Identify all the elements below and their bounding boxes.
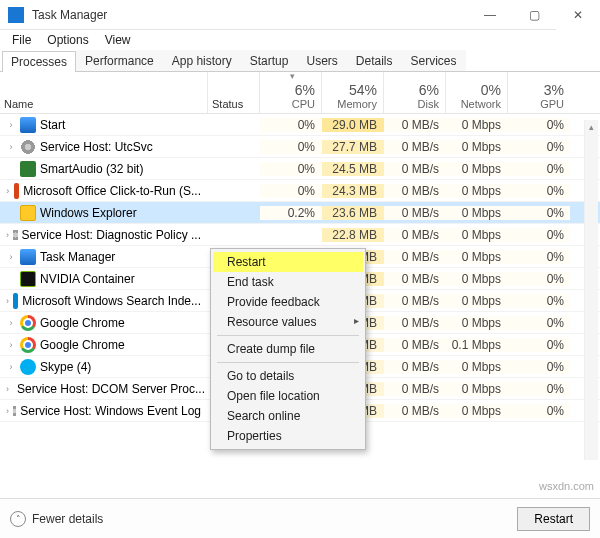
scroll-up-icon[interactable]: ▴ — [585, 120, 598, 134]
column-memory[interactable]: 54% Memory — [322, 72, 384, 113]
process-disk: 0 MB/s — [384, 140, 446, 154]
process-row[interactable]: ›Service Host: Diagnostic Policy ...22.8… — [0, 224, 600, 246]
context-divider — [217, 335, 359, 336]
tab-details[interactable]: Details — [347, 50, 402, 71]
column-gpu[interactable]: 3% GPU — [508, 72, 570, 113]
process-name: Service Host: Windows Event Log — [20, 404, 201, 418]
context-item-go-to-details[interactable]: Go to details — [213, 366, 363, 386]
process-icon — [20, 139, 36, 155]
context-item-provide-feedback[interactable]: Provide feedback — [213, 292, 363, 312]
process-disk: 0 MB/s — [384, 338, 446, 352]
process-disk: 0 MB/s — [384, 382, 446, 396]
expand-icon[interactable]: › — [6, 362, 16, 372]
column-name[interactable]: Name — [0, 72, 208, 113]
process-disk: 0 MB/s — [384, 294, 446, 308]
expand-icon[interactable]: › — [6, 186, 10, 196]
process-name: Task Manager — [40, 250, 115, 264]
process-memory: 27.7 MB — [322, 140, 384, 154]
column-network[interactable]: 0% Network — [446, 72, 508, 113]
context-item-restart[interactable]: Restart — [213, 252, 363, 272]
column-headers: Name Status ▾ 6% CPU 54% Memory 6% Disk … — [0, 72, 600, 114]
minimize-button[interactable]: — — [468, 0, 512, 30]
expand-icon[interactable]: › — [6, 318, 16, 328]
process-memory: 24.3 MB — [322, 184, 384, 198]
context-item-search-online[interactable]: Search online — [213, 406, 363, 426]
column-status-label: Status — [212, 98, 253, 110]
context-item-properties[interactable]: Properties — [213, 426, 363, 446]
process-network: 0.1 Mbps — [446, 338, 508, 352]
expand-icon[interactable]: › — [6, 120, 16, 130]
footer: ˄ Fewer details Restart — [0, 498, 600, 538]
column-cpu[interactable]: ▾ 6% CPU — [260, 72, 322, 113]
restart-button[interactable]: Restart — [517, 507, 590, 531]
process-cpu: 0.2% — [260, 206, 322, 220]
expand-icon[interactable]: › — [6, 384, 9, 394]
process-icon — [20, 249, 36, 265]
process-row[interactable]: SmartAudio (32 bit)0%24.5 MB0 MB/s0 Mbps… — [0, 158, 600, 180]
process-name: NVIDIA Container — [40, 272, 135, 286]
fewer-details-button[interactable]: ˄ Fewer details — [10, 511, 103, 527]
tab-performance[interactable]: Performance — [76, 50, 163, 71]
maximize-button[interactable]: ▢ — [512, 0, 556, 30]
process-gpu: 0% — [508, 272, 570, 286]
cpu-summary: 6% — [295, 82, 315, 98]
chevron-up-icon: ˄ — [10, 511, 26, 527]
tab-users[interactable]: Users — [297, 50, 346, 71]
tab-processes[interactable]: Processes — [2, 51, 76, 72]
expand-icon[interactable]: › — [6, 142, 16, 152]
process-disk: 0 MB/s — [384, 162, 446, 176]
process-icon — [20, 315, 36, 331]
process-name-cell: ›Service Host: UtcSvc — [0, 139, 208, 155]
expand-icon[interactable]: › — [6, 406, 9, 416]
process-name: Service Host: UtcSvc — [40, 140, 153, 154]
process-name: Microsoft Windows Search Inde... — [22, 294, 201, 308]
tab-startup[interactable]: Startup — [241, 50, 298, 71]
vertical-scrollbar[interactable]: ▴ — [584, 120, 598, 460]
process-network: 0 Mbps — [446, 360, 508, 374]
process-memory: 22.8 MB — [322, 228, 384, 242]
column-disk[interactable]: 6% Disk — [384, 72, 446, 113]
app-icon — [8, 7, 24, 23]
menu-file[interactable]: File — [4, 31, 39, 49]
context-menu: RestartEnd taskProvide feedbackResource … — [210, 248, 366, 450]
process-row[interactable]: ›Start0%29.0 MB0 MB/s0 Mbps0% — [0, 114, 600, 136]
process-name: Start — [40, 118, 65, 132]
window-title: Task Manager — [32, 8, 468, 22]
process-network: 0 Mbps — [446, 272, 508, 286]
expand-icon[interactable]: › — [6, 230, 9, 240]
process-memory: 29.0 MB — [322, 118, 384, 132]
process-gpu: 0% — [508, 162, 570, 176]
process-gpu: 0% — [508, 316, 570, 330]
process-disk: 0 MB/s — [384, 316, 446, 330]
process-row[interactable]: Windows Explorer0.2%23.6 MB0 MB/s0 Mbps0… — [0, 202, 600, 224]
tab-services[interactable]: Services — [402, 50, 466, 71]
process-disk: 0 MB/s — [384, 118, 446, 132]
tab-app-history[interactable]: App history — [163, 50, 241, 71]
process-disk: 0 MB/s — [384, 228, 446, 242]
process-network: 0 Mbps — [446, 382, 508, 396]
column-status[interactable]: Status — [208, 72, 260, 113]
process-name-cell: ›Microsoft Office Click-to-Run (S... — [0, 183, 208, 199]
context-item-create-dump-file[interactable]: Create dump file — [213, 339, 363, 359]
menu-options[interactable]: Options — [39, 31, 96, 49]
expand-icon[interactable]: › — [6, 296, 9, 306]
column-name-label: Name — [4, 98, 201, 110]
process-name-cell: Windows Explorer — [0, 205, 208, 221]
context-item-resource-values[interactable]: Resource values — [213, 312, 363, 332]
network-summary: 0% — [481, 82, 501, 98]
close-button[interactable]: ✕ — [556, 0, 600, 30]
gpu-summary: 3% — [544, 82, 564, 98]
context-item-open-file-location[interactable]: Open file location — [213, 386, 363, 406]
process-name-cell: ›Skype (4) — [0, 359, 208, 375]
process-name-cell: ›Google Chrome — [0, 337, 208, 353]
menu-view[interactable]: View — [97, 31, 139, 49]
process-row[interactable]: ›Microsoft Office Click-to-Run (S...0%24… — [0, 180, 600, 202]
expand-icon[interactable]: › — [6, 340, 16, 350]
process-name-cell: ›Task Manager — [0, 249, 208, 265]
watermark: wsxdn.com — [539, 480, 594, 492]
process-name: SmartAudio (32 bit) — [40, 162, 143, 176]
disk-label: Disk — [418, 98, 439, 110]
expand-icon[interactable]: › — [6, 252, 16, 262]
context-item-end-task[interactable]: End task — [213, 272, 363, 292]
process-row[interactable]: ›Service Host: UtcSvc0%27.7 MB0 MB/s0 Mb… — [0, 136, 600, 158]
